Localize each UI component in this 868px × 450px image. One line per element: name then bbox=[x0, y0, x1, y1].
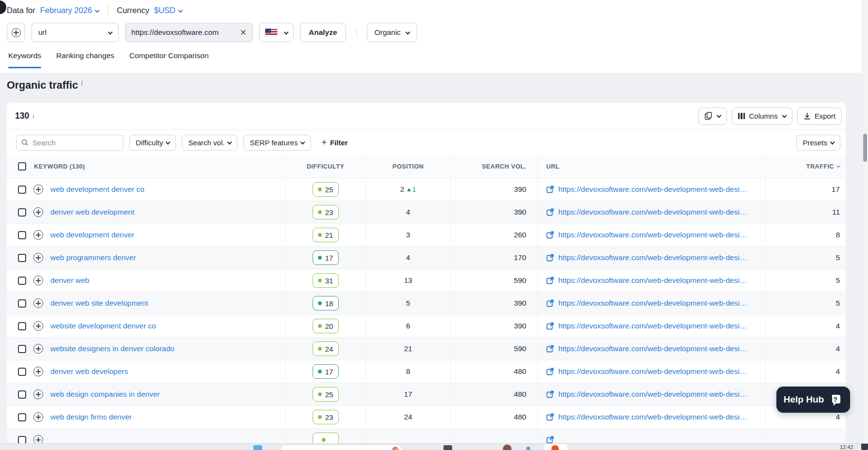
difficulty-badge: 31 bbox=[313, 273, 339, 288]
difficulty-badge: 23 bbox=[313, 205, 339, 219]
row-checkbox[interactable] bbox=[18, 231, 26, 239]
row-checkbox[interactable] bbox=[18, 368, 26, 376]
add-keyword-icon[interactable] bbox=[33, 321, 43, 331]
chevron-down-icon bbox=[782, 113, 787, 118]
url-link[interactable]: https://devoxsoftware.com/web-developmen… bbox=[558, 253, 747, 262]
mode-select[interactable]: Organic bbox=[367, 23, 417, 42]
row-checkbox[interactable] bbox=[18, 345, 26, 353]
position-value: 24 bbox=[404, 413, 412, 421]
difficulty-column-header[interactable]: Difficulty bbox=[285, 155, 366, 178]
keyword-link[interactable]: web design firms denver bbox=[50, 413, 132, 421]
position-column-header[interactable]: Position bbox=[366, 155, 451, 178]
position-value: 4 bbox=[406, 208, 410, 217]
position-value: 8 bbox=[406, 367, 410, 376]
url-link[interactable]: https://devoxsoftware.com/web-developmen… bbox=[558, 390, 747, 399]
add-keyword-icon[interactable] bbox=[33, 230, 43, 240]
url-link[interactable]: https://devoxsoftware.com/web-developmen… bbox=[558, 185, 747, 194]
url-link[interactable]: https://devoxsoftware.com/web-developmen… bbox=[558, 276, 747, 285]
row-checkbox[interactable] bbox=[18, 436, 26, 444]
url-link[interactable]: https://devoxsoftware.com/web-developmen… bbox=[558, 231, 747, 239]
add-keyword-icon[interactable] bbox=[33, 276, 43, 285]
period-dropdown[interactable]: February 2026 bbox=[40, 6, 99, 15]
keyword-link[interactable]: web development denver co bbox=[50, 185, 144, 194]
url-link[interactable]: https://devoxsoftware.com/web-developmen… bbox=[558, 208, 747, 217]
scrollbar-thumb[interactable] bbox=[863, 134, 867, 162]
keyword-link[interactable]: website development denver co bbox=[50, 322, 156, 330]
taskbar-search-pill[interactable] bbox=[280, 445, 402, 450]
search-vol-filter[interactable]: Search vol. bbox=[182, 135, 237, 151]
position-value: 21 bbox=[404, 344, 412, 353]
keyword-link[interactable]: denver web site development bbox=[50, 299, 148, 308]
keyword-link[interactable]: denver web development bbox=[50, 208, 134, 217]
scrollbar-bottom-notch bbox=[861, 443, 868, 450]
add-keyword-icon[interactable] bbox=[33, 253, 43, 263]
url-link[interactable]: https://devoxsoftware.com/web-developmen… bbox=[558, 322, 747, 330]
keywords-card: 130 i Columns Export Search Difficulty S… bbox=[7, 103, 846, 450]
row-checkbox[interactable] bbox=[18, 413, 26, 421]
row-checkbox[interactable] bbox=[18, 390, 26, 399]
taskbar-avatar-icon[interactable] bbox=[503, 445, 511, 450]
add-keyword-icon[interactable] bbox=[33, 185, 43, 194]
keyword-link[interactable]: denver web bbox=[50, 276, 89, 285]
keyword-link[interactable]: web programmers denver bbox=[50, 253, 136, 262]
row-checkbox[interactable] bbox=[18, 254, 26, 262]
traffic-column-header[interactable]: Traffic bbox=[766, 155, 846, 178]
presets-button[interactable]: Presets bbox=[796, 135, 840, 151]
difficulty-filter[interactable]: Difficulty bbox=[129, 135, 176, 151]
tab-bar: Keywords Ranking changes Competitor Comp… bbox=[8, 51, 209, 68]
export-button[interactable]: Export bbox=[797, 108, 842, 125]
taskbar: 12:42 bbox=[0, 443, 868, 450]
taskbar-app-icon[interactable] bbox=[443, 445, 452, 450]
tab-competitor-comparison[interactable]: Competitor Comparison bbox=[129, 51, 209, 68]
tab-keywords[interactable]: Keywords bbox=[8, 51, 41, 68]
row-checkbox[interactable] bbox=[18, 322, 26, 330]
row-checkbox[interactable] bbox=[18, 277, 26, 285]
divider bbox=[356, 27, 357, 38]
add-keyword-icon[interactable] bbox=[33, 344, 43, 354]
currency-dropdown[interactable]: $USD bbox=[154, 6, 182, 15]
taskbar-active-app[interactable] bbox=[544, 444, 568, 450]
row-checkbox[interactable] bbox=[18, 208, 26, 217]
keyword-link[interactable]: website designers in denver colorado bbox=[50, 344, 174, 353]
add-keyword-icon[interactable] bbox=[33, 367, 43, 376]
serp-features-filter[interactable]: SERP features bbox=[243, 135, 311, 151]
url-link[interactable]: https://devoxsoftware.com/web-developmen… bbox=[558, 299, 747, 308]
taskbar-clock: 12:42 bbox=[840, 444, 853, 450]
add-keyword-icon[interactable] bbox=[33, 207, 43, 217]
select-all-checkbox[interactable] bbox=[18, 162, 26, 171]
analyze-button[interactable]: Analyze bbox=[300, 23, 346, 42]
add-query-button[interactable] bbox=[7, 23, 25, 42]
search-volume-value: 480 bbox=[451, 383, 538, 405]
query-input[interactable]: https://devoxsoftware.com✕ bbox=[125, 23, 253, 42]
keyword-column-header[interactable]: Keyword (130) bbox=[34, 163, 85, 170]
search-vol-column-header[interactable]: Search vol. bbox=[451, 155, 538, 178]
columns-button[interactable]: Columns bbox=[732, 108, 792, 125]
search-type-select[interactable]: url bbox=[32, 23, 119, 42]
taskbar-app-icon[interactable] bbox=[253, 445, 262, 450]
region-select[interactable] bbox=[259, 23, 294, 42]
external-link-icon bbox=[546, 322, 554, 330]
search-input[interactable]: Search bbox=[16, 135, 124, 151]
add-keyword-icon[interactable] bbox=[33, 389, 43, 399]
table-row: website designers in denver colorado 24 … bbox=[7, 338, 846, 360]
add-filter-button[interactable]: +Filter bbox=[321, 138, 347, 148]
url-column-header[interactable]: URL bbox=[538, 155, 766, 178]
chevron-down-icon bbox=[300, 140, 305, 144]
keyword-link[interactable]: web development denver bbox=[50, 231, 134, 239]
url-link[interactable]: https://devoxsoftware.com/web-developmen… bbox=[558, 344, 747, 353]
copy-dropdown-button[interactable] bbox=[698, 108, 727, 125]
difficulty-dot-icon bbox=[318, 415, 322, 419]
table-row: web development denver 21 3 260 https://… bbox=[7, 224, 846, 247]
url-link[interactable]: https://devoxsoftware.com/web-developmen… bbox=[558, 367, 747, 376]
keyword-link[interactable]: web design companies in denver bbox=[50, 390, 160, 399]
scrollbar-track[interactable] bbox=[862, 0, 868, 450]
keyword-link[interactable]: denver web developers bbox=[50, 367, 128, 376]
add-keyword-icon[interactable] bbox=[33, 298, 43, 308]
url-link[interactable]: https://devoxsoftware.com/web-developmen… bbox=[558, 413, 747, 421]
row-checkbox[interactable] bbox=[18, 299, 26, 308]
add-keyword-icon[interactable] bbox=[33, 412, 43, 422]
row-checkbox[interactable] bbox=[18, 186, 26, 194]
clear-input-icon[interactable]: ✕ bbox=[240, 29, 247, 37]
help-hub-button[interactable]: Help Hub ? bbox=[776, 387, 850, 413]
tab-ranking-changes[interactable]: Ranking changes bbox=[56, 51, 114, 68]
